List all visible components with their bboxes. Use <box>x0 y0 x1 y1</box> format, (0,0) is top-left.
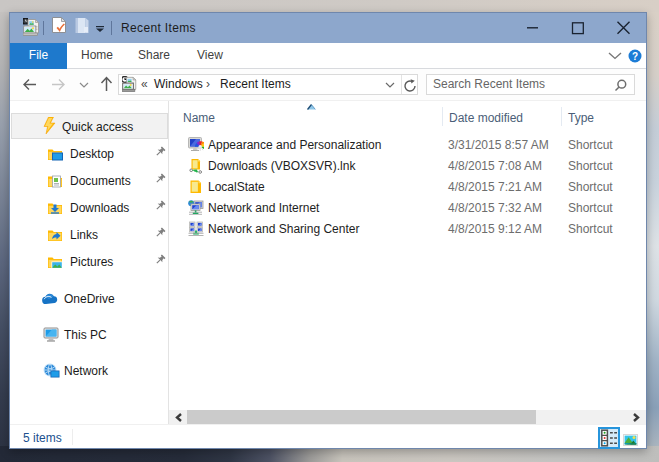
svg-text:?: ? <box>632 51 638 62</box>
